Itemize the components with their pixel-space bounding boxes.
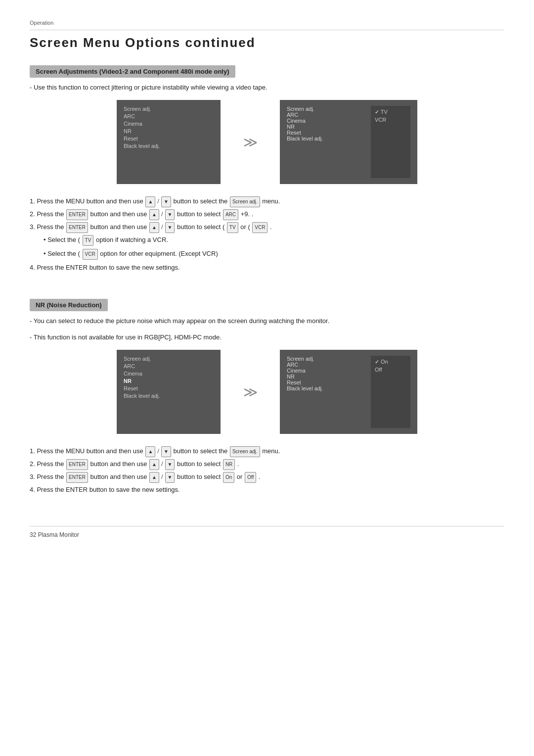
list-item: VCR	[375, 117, 406, 123]
list-item: Black level adj.	[287, 136, 371, 142]
arrow-icon: ≫	[235, 134, 265, 150]
list-item: • Select the ( TV option if watching a V…	[44, 234, 504, 246]
list-item: ARC	[287, 112, 371, 118]
down-btn3: ▼	[165, 222, 175, 233]
enter-btn3: ENTER	[66, 459, 88, 470]
section2-screen-left: Screen adj. ARC Cinema NR Reset Black le…	[117, 350, 221, 434]
list-item: NR	[287, 374, 371, 379]
down-btn: ▼	[161, 196, 171, 207]
vcr-ref: VCR	[252, 222, 267, 233]
section2-instructions: 1. Press the MENU button and then use ▲/…	[30, 445, 504, 496]
section1-screen-right: Screen adj. ARC Cinema NR Reset Black le…	[280, 100, 417, 184]
section2-desc2: - This function is not available for use…	[30, 333, 504, 341]
up-btn5: ▲	[149, 459, 159, 470]
list-item: NR	[124, 378, 214, 384]
vcr-ref2: VCR	[83, 249, 98, 260]
list-item: Cinema	[124, 121, 214, 127]
list-item: Cinema	[287, 118, 371, 124]
section2-desc1: - You can select to reduce the picture n…	[30, 317, 504, 325]
section2-screen-right-sub: On Off	[371, 356, 410, 428]
up-btn: ▲	[145, 196, 155, 207]
list-item: TV	[375, 109, 406, 115]
list-item: Cinema	[124, 371, 214, 377]
list-item: NR	[287, 124, 371, 130]
enter-btn4: ENTER	[66, 472, 88, 483]
down-btn6: ▼	[165, 472, 175, 483]
section1-screen-right-sub: TV VCR	[371, 106, 410, 178]
list-item: 2. Press the ENTER button and then use ▲…	[30, 458, 504, 471]
tv-ref2: TV	[83, 235, 94, 246]
list-item: Screen adj.	[124, 106, 214, 112]
list-item: Off	[375, 367, 406, 373]
page-title: Screen Menu Options continued	[30, 35, 504, 50]
section1-instructions: 1. Press the MENU button and then use ▲/…	[30, 195, 504, 274]
list-item: Black level adj.	[124, 393, 214, 399]
on-ref: On	[223, 472, 234, 483]
list-item: Reset	[287, 379, 371, 385]
list-item: Black level adj.	[287, 385, 371, 391]
section2-screen-right-main: Screen adj. ARC Cinema NR Reset Black le…	[287, 356, 371, 428]
list-item: Screen adj.	[287, 106, 371, 112]
off-ref: Off	[245, 472, 256, 483]
down-btn2: ▼	[165, 209, 175, 220]
list-item: Black level adj.	[124, 143, 214, 149]
list-item: 4. Press the ENTER button to save the ne…	[30, 483, 504, 496]
tv-ref: TV	[227, 222, 238, 233]
list-item: ARC	[124, 363, 214, 369]
enter-btn2: ENTER	[66, 222, 88, 233]
list-item: On	[375, 359, 406, 365]
list-item: ARC	[287, 362, 371, 368]
list-item: Cinema	[287, 368, 371, 374]
list-item: Screen adj.	[124, 356, 214, 362]
nr-ref: NR	[223, 459, 235, 470]
list-item: Screen adj.	[287, 356, 371, 362]
section2: NR (Noise Reduction) - You can select to…	[30, 299, 504, 496]
arc-ref: ARC	[223, 209, 238, 220]
list-item: NR	[124, 128, 214, 134]
list-item: 4. Press the ENTER button to save the ne…	[30, 261, 504, 274]
section1-screen-right-main: Screen adj. ARC Cinema NR Reset Black le…	[287, 106, 371, 178]
down-btn5: ▼	[165, 459, 175, 470]
section1-desc: - Use this function to correct jittering…	[30, 84, 504, 91]
list-item: Reset	[124, 385, 214, 391]
section1: Screen Adjustments (Video1-2 and Compone…	[30, 65, 504, 274]
list-item: • Select the ( VCR option for other equi…	[44, 247, 504, 260]
list-item: Reset	[287, 130, 371, 136]
list-item: Reset	[124, 136, 214, 142]
list-item: 2. Press the ENTER button and then use ▲…	[30, 208, 504, 221]
section2-screen-right: Screen adj. ARC Cinema NR Reset Black le…	[280, 350, 417, 434]
up-btn2: ▲	[149, 209, 159, 220]
section1-screen-left: Screen adj. ARC Cinema NR Reset Black le…	[117, 100, 221, 184]
up-btn3: ▲	[149, 222, 159, 233]
section2-header: NR (Noise Reduction)	[30, 299, 108, 311]
enter-btn: ENTER	[66, 209, 88, 220]
section2-screens: Screen adj. ARC Cinema NR Reset Black le…	[30, 350, 504, 434]
screen-menu-ref2: Screen adj.	[230, 446, 260, 457]
up-btn4: ▲	[145, 446, 155, 457]
list-item: 3. Press the ENTER button and then use ▲…	[30, 221, 504, 234]
list-item: ARC	[124, 113, 214, 119]
section1-header: Screen Adjustments (Video1-2 and Compone…	[30, 65, 235, 78]
list-item: 3. Press the ENTER button and then use ▲…	[30, 471, 504, 483]
breadcrumb: Operation	[30, 20, 504, 30]
screen-menu-ref: Screen adj.	[230, 196, 260, 207]
up-btn6: ▲	[149, 472, 159, 483]
list-item: 1. Press the MENU button and then use ▲/…	[30, 445, 504, 458]
arrow-icon2: ≫	[235, 384, 265, 400]
list-item: 1. Press the MENU button and then use ▲/…	[30, 195, 504, 208]
section1-screens: Screen adj. ARC Cinema NR Reset Black le…	[30, 100, 504, 184]
footer: 32 Plasma Monitor	[30, 526, 504, 538]
down-btn4: ▼	[161, 446, 171, 457]
